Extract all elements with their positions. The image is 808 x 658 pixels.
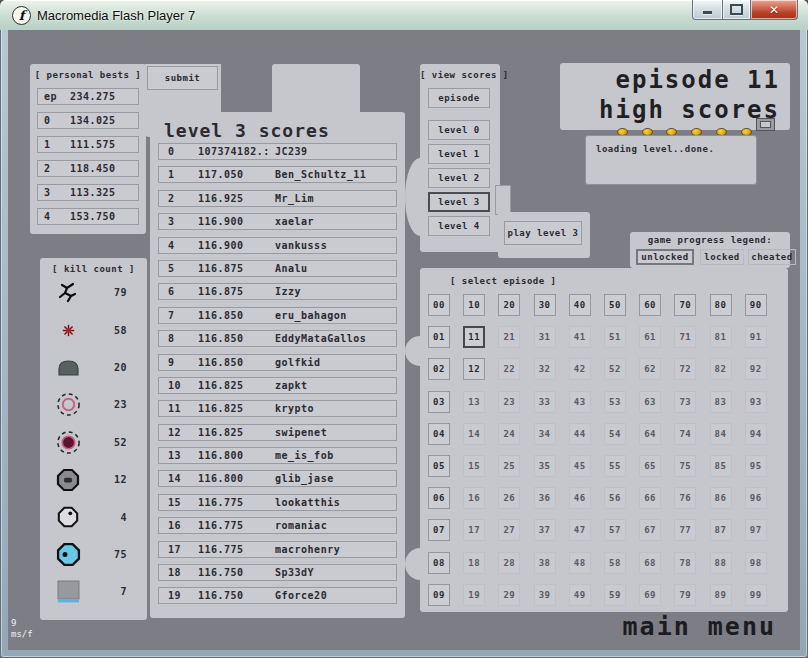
episode-cell-77[interactable]: 77 — [674, 519, 696, 541]
episode-cell-92[interactable]: 92 — [745, 358, 767, 380]
episode-cell-99[interactable]: 99 — [745, 584, 767, 606]
episode-cell-66[interactable]: 66 — [639, 487, 661, 509]
main-menu-button[interactable]: main menu — [623, 612, 776, 641]
episode-cell-16[interactable]: 16 — [463, 487, 485, 509]
episode-cell-78[interactable]: 78 — [674, 552, 696, 574]
minimize-button[interactable] — [692, 0, 723, 20]
episode-cell-57[interactable]: 57 — [604, 519, 626, 541]
episode-cell-50[interactable]: 50 — [604, 294, 626, 316]
episode-cell-33[interactable]: 33 — [534, 391, 556, 413]
episode-cell-76[interactable]: 76 — [674, 487, 696, 509]
episode-cell-45[interactable]: 45 — [569, 455, 591, 477]
episode-cell-56[interactable]: 56 — [604, 487, 626, 509]
episode-cell-95[interactable]: 95 — [745, 455, 767, 477]
episode-cell-79[interactable]: 79 — [674, 584, 696, 606]
episode-cell-52[interactable]: 52 — [604, 358, 626, 380]
episode-cell-07[interactable]: 07 — [428, 519, 450, 541]
episode-cell-39[interactable]: 39 — [534, 584, 556, 606]
episode-cell-38[interactable]: 38 — [534, 552, 556, 574]
episode-cell-61[interactable]: 61 — [639, 326, 661, 348]
episode-cell-04[interactable]: 04 — [428, 423, 450, 445]
view-level-0-button[interactable]: level 0 — [428, 120, 490, 140]
episode-cell-96[interactable]: 96 — [745, 487, 767, 509]
episode-cell-14[interactable]: 14 — [463, 423, 485, 445]
episode-cell-35[interactable]: 35 — [534, 455, 556, 477]
episode-cell-21[interactable]: 21 — [498, 326, 520, 348]
episode-cell-41[interactable]: 41 — [569, 326, 591, 348]
episode-cell-06[interactable]: 06 — [428, 487, 450, 509]
episode-cell-84[interactable]: 84 — [710, 423, 732, 445]
episode-cell-53[interactable]: 53 — [604, 391, 626, 413]
episode-cell-22[interactable]: 22 — [498, 358, 520, 380]
close-button[interactable]: ✕ — [751, 0, 798, 20]
submit-button[interactable]: submit — [147, 66, 218, 90]
episode-cell-42[interactable]: 42 — [569, 358, 591, 380]
episode-cell-32[interactable]: 32 — [534, 358, 556, 380]
episode-cell-08[interactable]: 08 — [428, 552, 450, 574]
episode-cell-46[interactable]: 46 — [569, 487, 591, 509]
episode-cell-88[interactable]: 88 — [710, 552, 732, 574]
episode-cell-25[interactable]: 25 — [498, 455, 520, 477]
episode-cell-55[interactable]: 55 — [604, 455, 626, 477]
episode-cell-43[interactable]: 43 — [569, 391, 591, 413]
episode-cell-87[interactable]: 87 — [710, 519, 732, 541]
episode-cell-82[interactable]: 82 — [710, 358, 732, 380]
episode-cell-26[interactable]: 26 — [498, 487, 520, 509]
episode-cell-34[interactable]: 34 — [534, 423, 556, 445]
episode-cell-67[interactable]: 67 — [639, 519, 661, 541]
episode-cell-63[interactable]: 63 — [639, 391, 661, 413]
episode-cell-29[interactable]: 29 — [498, 584, 520, 606]
episode-cell-36[interactable]: 36 — [534, 487, 556, 509]
view-level-1-button[interactable]: level 1 — [428, 144, 490, 164]
episode-cell-85[interactable]: 85 — [710, 455, 732, 477]
episode-cell-75[interactable]: 75 — [674, 455, 696, 477]
episode-cell-44[interactable]: 44 — [569, 423, 591, 445]
episode-cell-58[interactable]: 58 — [604, 552, 626, 574]
episode-cell-12[interactable]: 12 — [463, 358, 485, 380]
episode-cell-93[interactable]: 93 — [745, 391, 767, 413]
episode-cell-17[interactable]: 17 — [463, 519, 485, 541]
episode-cell-02[interactable]: 02 — [428, 358, 450, 380]
episode-cell-74[interactable]: 74 — [674, 423, 696, 445]
episode-cell-71[interactable]: 71 — [674, 326, 696, 348]
episode-cell-19[interactable]: 19 — [463, 584, 485, 606]
episode-cell-81[interactable]: 81 — [710, 326, 732, 348]
episode-cell-00[interactable]: 00 — [428, 294, 450, 316]
episode-cell-83[interactable]: 83 — [710, 391, 732, 413]
episode-cell-90[interactable]: 90 — [745, 294, 767, 316]
episode-cell-09[interactable]: 09 — [428, 584, 450, 606]
episode-cell-97[interactable]: 97 — [745, 519, 767, 541]
episode-cell-37[interactable]: 37 — [534, 519, 556, 541]
episode-cell-51[interactable]: 51 — [604, 326, 626, 348]
episode-cell-20[interactable]: 20 — [498, 294, 520, 316]
episode-cell-59[interactable]: 59 — [604, 584, 626, 606]
episode-cell-54[interactable]: 54 — [604, 423, 626, 445]
episode-cell-03[interactable]: 03 — [428, 391, 450, 413]
episode-cell-13[interactable]: 13 — [463, 391, 485, 413]
episode-cell-64[interactable]: 64 — [639, 423, 661, 445]
view-level-3-button[interactable]: level 3 — [428, 192, 490, 212]
episode-cell-89[interactable]: 89 — [710, 584, 732, 606]
window-titlebar[interactable]: f Macromedia Flash Player 7 ✕ — [0, 0, 808, 30]
episode-cell-23[interactable]: 23 — [498, 391, 520, 413]
episode-cell-10[interactable]: 10 — [463, 294, 485, 316]
episode-cell-60[interactable]: 60 — [639, 294, 661, 316]
maximize-button[interactable] — [723, 0, 751, 20]
episode-cell-11[interactable]: 11 — [463, 326, 485, 348]
episode-cell-62[interactable]: 62 — [639, 358, 661, 380]
episode-cell-80[interactable]: 80 — [710, 294, 732, 316]
episode-cell-01[interactable]: 01 — [428, 326, 450, 348]
episode-cell-73[interactable]: 73 — [674, 391, 696, 413]
episode-cell-86[interactable]: 86 — [710, 487, 732, 509]
episode-cell-15[interactable]: 15 — [463, 455, 485, 477]
episode-cell-48[interactable]: 48 — [569, 552, 591, 574]
episode-cell-40[interactable]: 40 — [569, 294, 591, 316]
episode-cell-72[interactable]: 72 — [674, 358, 696, 380]
play-level-button[interactable]: play level 3 — [504, 221, 582, 245]
episode-cell-68[interactable]: 68 — [639, 552, 661, 574]
episode-cell-91[interactable]: 91 — [745, 326, 767, 348]
episode-cell-69[interactable]: 69 — [639, 584, 661, 606]
episode-cell-70[interactable]: 70 — [674, 294, 696, 316]
episode-cell-65[interactable]: 65 — [639, 455, 661, 477]
episode-cell-24[interactable]: 24 — [498, 423, 520, 445]
